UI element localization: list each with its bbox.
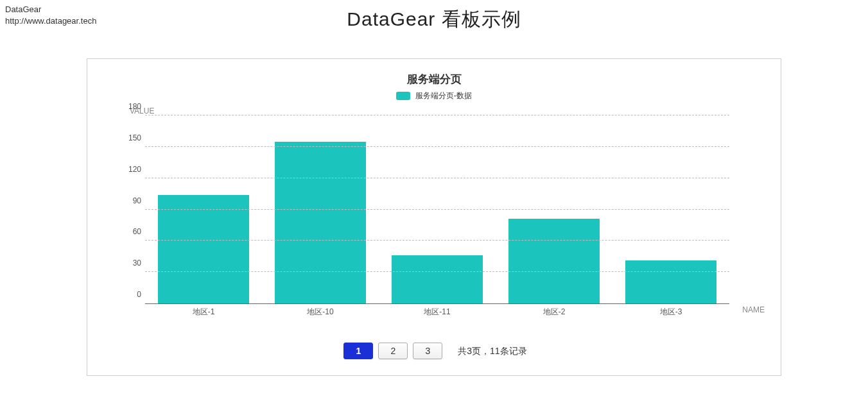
page-title: DataGear 看板示例 xyxy=(0,0,868,33)
x-tick-label: 地区-1 xyxy=(145,307,262,318)
gridline xyxy=(145,209,729,210)
gridline xyxy=(145,146,729,147)
x-tick-label: 地区-3 xyxy=(612,307,729,318)
pagination: 123 共3页，11条记录 xyxy=(94,343,774,359)
bars-container: 地区-1地区-10地区-11地区-2地区-3 xyxy=(145,115,729,303)
bar-column: 地区-2 xyxy=(496,115,612,303)
bar[interactable] xyxy=(625,260,716,303)
y-tick-label: 0 xyxy=(123,290,141,299)
x-tick-label: 地区-11 xyxy=(379,307,496,318)
x-axis-label: NAME xyxy=(742,305,765,314)
y-tick-label: 90 xyxy=(123,196,141,205)
pagination-summary: 共3页，11条记录 xyxy=(458,346,526,357)
bar-column: 地区-10 xyxy=(262,115,379,303)
y-tick-label: 60 xyxy=(123,227,141,236)
gridline xyxy=(145,178,729,178)
page-button-2[interactable]: 2 xyxy=(378,343,408,359)
bar[interactable] xyxy=(158,195,249,303)
gridline xyxy=(145,271,729,272)
legend-swatch-icon xyxy=(396,92,410,100)
chart-area: VALUE NAME 地区-1地区-10地区-11地区-2地区-3 030609… xyxy=(113,108,755,319)
legend-label: 服务端分页-数据 xyxy=(415,91,472,100)
chart-legend[interactable]: 服务端分页-数据 xyxy=(94,90,774,101)
gridline xyxy=(145,240,729,241)
brand-info: DataGear http://www.datagear.tech xyxy=(5,4,96,27)
brand-url: http://www.datagear.tech xyxy=(5,15,96,27)
x-tick-label: 地区-10 xyxy=(262,307,379,318)
bar[interactable] xyxy=(392,255,483,303)
gridline xyxy=(145,115,729,115)
chart-panel: 服务端分页 服务端分页-数据 VALUE NAME 地区-1地区-10地区-11… xyxy=(87,58,781,376)
page-button-1[interactable]: 1 xyxy=(343,343,373,359)
y-tick-label: 120 xyxy=(123,165,141,174)
bar-column: 地区-3 xyxy=(612,115,729,303)
page-buttons: 123 xyxy=(341,346,445,356)
bar-column: 地区-11 xyxy=(379,115,496,303)
bar-column: 地区-1 xyxy=(145,115,262,303)
y-tick-label: 150 xyxy=(123,133,141,142)
brand-name: DataGear xyxy=(5,4,96,15)
bar[interactable] xyxy=(275,142,366,303)
y-tick-label: 30 xyxy=(123,259,141,267)
bar[interactable] xyxy=(508,219,600,303)
page-button-3[interactable]: 3 xyxy=(413,343,442,359)
chart-title: 服务端分页 xyxy=(94,72,774,87)
y-tick-label: 180 xyxy=(123,102,141,111)
plot-area: 地区-1地区-10地区-11地区-2地区-3 0306090120150180 xyxy=(145,115,729,304)
x-tick-label: 地区-2 xyxy=(496,307,612,318)
